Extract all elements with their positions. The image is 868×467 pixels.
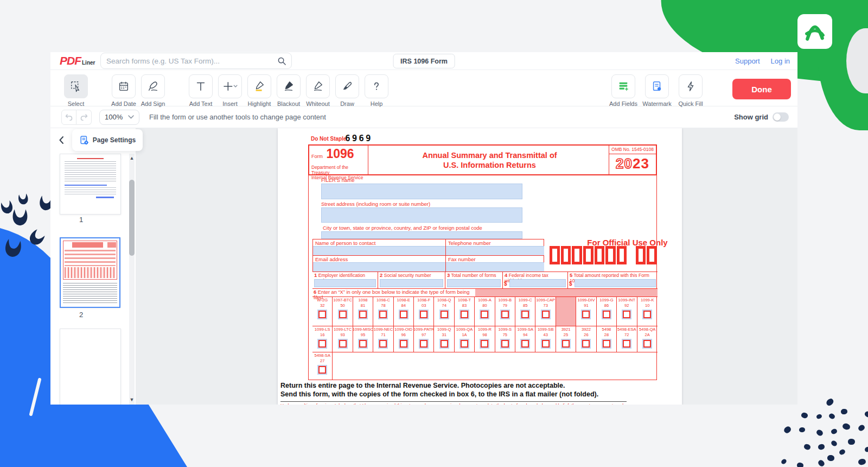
form-type-checkbox-1099-QA[interactable] xyxy=(461,340,468,348)
page-thumbnail-2-selected[interactable] xyxy=(60,237,120,308)
empty-span-cell xyxy=(333,352,658,380)
page-thumbnail-3[interactable] xyxy=(60,329,121,405)
form-type-checkbox-1099-K[interactable] xyxy=(643,311,651,318)
form-type-checkbox-1099-PATR[interactable] xyxy=(420,340,427,348)
sidebar-scrollbar-thumb[interactable] xyxy=(129,180,135,256)
form-type-checkbox-1099-CAP[interactable] xyxy=(542,311,550,318)
draw-button[interactable]: Draw xyxy=(333,74,362,107)
form-type-checkbox-1097-BTC[interactable] xyxy=(339,311,347,318)
form-type-checkbox-1099-OID[interactable] xyxy=(400,340,407,348)
pdfliner-app-window: PDF Liner IRS 1096 Form Support Log in S… xyxy=(50,52,797,405)
text-icon xyxy=(195,80,207,92)
add-fields-button[interactable]: Add Fields xyxy=(607,74,640,107)
form-type-checkbox-1098[interactable] xyxy=(359,311,367,318)
done-button[interactable]: Done xyxy=(732,79,791,99)
login-link[interactable]: Log in xyxy=(771,57,790,65)
form-type-cell-1099-DIV: 1099-DIV91 xyxy=(576,297,596,326)
add-date-button[interactable]: Add Date xyxy=(109,74,138,107)
form-type-checkbox-1099-INT[interactable] xyxy=(623,311,630,318)
select-tool-button[interactable]: Select xyxy=(61,74,91,107)
paw-decoration xyxy=(11,207,29,228)
street-address-field[interactable] xyxy=(321,207,522,223)
undo-button[interactable] xyxy=(61,110,76,125)
search-icon[interactable] xyxy=(278,57,286,65)
page-settings-label: Page Settings xyxy=(93,136,136,144)
support-link[interactable]: Support xyxy=(735,57,760,65)
form-type-checkbox-1099-Q[interactable] xyxy=(441,340,448,348)
blackout-button[interactable]: Blackout xyxy=(274,74,303,107)
zoom-level-select[interactable]: 100% xyxy=(99,110,139,125)
form-type-checkbox-W-2G[interactable] xyxy=(318,311,326,318)
form-type-checkbox-1099-DIV[interactable] xyxy=(582,311,590,318)
form-type-cell-3921: 392125 xyxy=(556,326,576,352)
form-type-checkbox-1099-R[interactable] xyxy=(481,340,488,348)
collapse-sidebar-button[interactable] xyxy=(55,134,68,147)
contact-name-field[interactable] xyxy=(313,246,445,255)
form-type-checkbox-3921[interactable] xyxy=(562,340,570,348)
numbered-box-field[interactable] xyxy=(575,279,656,287)
divider-rule xyxy=(280,401,627,402)
form-type-cell-5498-ESA: 5498-ESA72 xyxy=(617,326,637,352)
insert-button[interactable]: Insert xyxy=(215,74,245,107)
email-field[interactable] xyxy=(313,262,445,272)
telephone-field[interactable] xyxy=(446,246,544,255)
numbered-box-field[interactable] xyxy=(314,279,376,287)
whiteout-button[interactable]: Whiteout xyxy=(303,74,333,107)
form-type-checkbox-1099-A[interactable] xyxy=(481,311,488,318)
form-type-checkbox-5498-QA[interactable] xyxy=(643,340,651,348)
scroll-down-arrow[interactable]: ▼ xyxy=(129,397,135,402)
highlight-button[interactable]: Highlight xyxy=(245,74,274,107)
form-type-checkbox-1098-F[interactable] xyxy=(420,311,427,318)
redo-button[interactable] xyxy=(76,110,92,125)
form-type-checkbox-1098-E[interactable] xyxy=(400,311,407,318)
form-type-checkbox-1098-C[interactable] xyxy=(379,311,387,318)
official-use-box xyxy=(550,246,560,264)
form-type-checkbox-5498[interactable] xyxy=(603,340,610,348)
official-use-box xyxy=(617,246,627,264)
numbered-box-field[interactable] xyxy=(447,279,501,287)
city-state-zip-field[interactable] xyxy=(321,231,522,239)
fax-field[interactable] xyxy=(446,262,544,272)
dot-decoration xyxy=(864,411,868,418)
paw-decoration xyxy=(24,226,48,250)
search-input[interactable] xyxy=(101,57,278,65)
add-sign-button[interactable]: Add Sign xyxy=(138,74,168,107)
form-type-checkbox-1099-MISC[interactable] xyxy=(359,340,367,348)
form-type-checkbox-1099-C[interactable] xyxy=(521,311,529,318)
dot-decoration xyxy=(796,462,804,467)
form-type-checkbox-1099-G[interactable] xyxy=(603,311,610,318)
search-form-box[interactable] xyxy=(100,53,292,69)
form-type-checkbox-1099-SA[interactable] xyxy=(521,340,529,348)
help-button[interactable]: Help xyxy=(362,74,391,107)
show-grid-toggle[interactable] xyxy=(773,112,789,122)
quick-fill-button[interactable]: Quick Fill xyxy=(674,74,707,107)
form-type-checkbox-1098-T[interactable] xyxy=(461,311,468,318)
page-thumbnail-1[interactable] xyxy=(60,154,121,214)
dept-treasury: Department of the Treasury xyxy=(311,165,366,175)
lightning-icon xyxy=(685,80,697,92)
form-type-checkbox-1099-NEC[interactable] xyxy=(379,340,387,348)
form-type-checkbox-1099-S[interactable] xyxy=(501,340,509,348)
form-type-checkbox-5498-ESA[interactable] xyxy=(623,340,630,348)
page-settings-button[interactable]: Page Settings xyxy=(72,129,143,151)
dot-decoration xyxy=(783,425,792,434)
numbered-box-field[interactable] xyxy=(380,279,443,287)
form-type-checkbox-5498-SA[interactable] xyxy=(318,366,326,374)
form-type-checkbox-1099-B[interactable] xyxy=(501,311,509,318)
form-type-checkbox-1098-Q[interactable] xyxy=(441,311,448,318)
document-canvas[interactable]: Do Not Staple 6969 Form 1096 Department … xyxy=(136,128,797,405)
dot-decoration xyxy=(827,455,834,461)
pdfliner-logo[interactable]: PDF Liner xyxy=(60,54,95,67)
page-settings-icon xyxy=(79,135,90,146)
form-type-checkbox-1099-SB[interactable] xyxy=(542,340,550,348)
watermark-button[interactable]: Watermark xyxy=(640,74,674,107)
scroll-up-arrow[interactable]: ▲ xyxy=(129,155,135,161)
form-type-checkbox-1099-LTC[interactable] xyxy=(339,340,347,348)
dot-decoration xyxy=(781,458,788,465)
filer-name-field[interactable] xyxy=(321,184,522,199)
form-type-cell-1098-T: 1098-T83 xyxy=(455,297,475,326)
add-text-button[interactable]: Add Text xyxy=(186,74,215,107)
numbered-box-field[interactable] xyxy=(509,279,566,287)
form-type-checkbox-3922[interactable] xyxy=(582,340,590,348)
form-type-checkbox-1099-LS[interactable] xyxy=(318,340,326,348)
